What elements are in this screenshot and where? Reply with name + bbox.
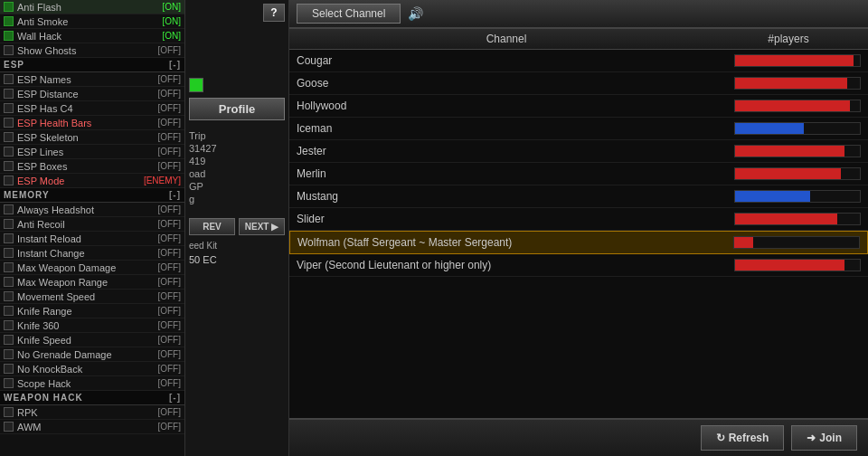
checkbox-esp-mode[interactable] xyxy=(4,176,14,185)
status-max-weapon-damage: [OFF] xyxy=(157,262,181,272)
menu-item-always-headshot[interactable]: Always Headshot[OFF] xyxy=(0,203,184,217)
menu-item-max-weapon-range[interactable]: Max Weapon Range[OFF] xyxy=(0,275,184,290)
menu-item-knife-range[interactable]: Knife Range[OFF] xyxy=(0,304,184,318)
menu-item-anti-recoil[interactable]: Anti Recoil[OFF] xyxy=(0,217,184,232)
menu-item-knife-360[interactable]: Knife 360[OFF] xyxy=(0,318,184,333)
checkbox-always-headshot[interactable] xyxy=(4,204,14,214)
player-bar xyxy=(735,78,847,89)
player-bar xyxy=(735,146,844,157)
checkbox-show-ghosts[interactable] xyxy=(4,45,14,55)
menu-item-scope-hack[interactable]: Scope Hack[OFF] xyxy=(0,376,184,391)
refresh-button[interactable]: ↻ Refresh xyxy=(701,425,785,451)
channel-name: Merlin xyxy=(297,167,734,180)
menu-item-rpk[interactable]: RPK[OFF] xyxy=(0,405,184,420)
checkbox-esp-distance[interactable] xyxy=(4,89,14,99)
checkbox-esp-health-bars[interactable] xyxy=(4,118,14,128)
checkbox-esp-boxes[interactable] xyxy=(4,161,14,171)
profile-button[interactable]: Profile xyxy=(189,98,285,120)
menu-item-no-knockback[interactable]: No KnockBack[OFF] xyxy=(0,362,184,376)
menu-item-esp-lines[interactable]: ESP Lines[OFF] xyxy=(0,145,184,159)
player-bar-container xyxy=(734,167,861,180)
channel-row[interactable]: Merlin xyxy=(289,163,868,185)
channel-row[interactable]: Viper (Second Lieutenant or higher only) xyxy=(289,254,868,277)
checkbox-anti-recoil[interactable] xyxy=(4,219,14,229)
checkbox-scope-hack[interactable] xyxy=(4,378,14,388)
checkbox-esp-skeleton[interactable] xyxy=(4,132,14,142)
checkbox-wall-hack[interactable] xyxy=(4,31,14,41)
menu-item-show-ghosts[interactable]: Show Ghosts[OFF] xyxy=(0,43,184,58)
menu-item-anti-flash[interactable]: Anti Flash[ON] xyxy=(0,0,184,14)
checkbox-esp-has-c4[interactable] xyxy=(4,103,14,113)
menu-item-esp-distance[interactable]: ESP Distance[OFF] xyxy=(0,87,184,101)
checkbox-knife-360[interactable] xyxy=(4,320,14,330)
channel-row[interactable]: Goose xyxy=(289,72,868,95)
select-channel-button[interactable]: Select Channel xyxy=(297,4,401,24)
checkbox-anti-flash[interactable] xyxy=(4,2,14,12)
menu-item-anti-smoke[interactable]: Anti Smoke[ON] xyxy=(0,14,184,29)
join-label: Join xyxy=(819,432,842,444)
checkbox-anti-smoke[interactable] xyxy=(4,16,14,26)
menu-item-wall-hack[interactable]: Wall Hack[ON] xyxy=(0,29,184,43)
checkbox-rpk[interactable] xyxy=(4,407,14,417)
checkbox-movement-speed[interactable] xyxy=(4,291,14,301)
checkbox-knife-speed[interactable] xyxy=(4,335,14,345)
menu-item-esp-skeleton[interactable]: ESP Skeleton[OFF] xyxy=(0,130,184,145)
checkbox-esp-lines[interactable] xyxy=(4,147,14,157)
status-scope-hack: [OFF] xyxy=(157,378,181,388)
channel-row[interactable]: Slider xyxy=(289,208,868,231)
checkbox-no-grenade-damage[interactable] xyxy=(4,349,14,359)
menu-item-max-weapon-damage[interactable]: Max Weapon Damage[OFF] xyxy=(0,261,184,275)
menu-item-esp-boxes[interactable]: ESP Boxes[OFF] xyxy=(0,159,184,174)
status-esp-mode: [ENEMY] xyxy=(144,176,181,185)
status-esp-lines: [OFF] xyxy=(157,147,181,157)
menu-item-esp-names[interactable]: ESP Names[OFF] xyxy=(0,72,184,87)
column-players: #players xyxy=(716,33,861,45)
checkbox-awm[interactable] xyxy=(4,422,14,432)
channel-row[interactable]: Hollywood xyxy=(289,95,868,118)
g-value: g xyxy=(189,194,194,204)
checkbox-instant-reload[interactable] xyxy=(4,233,14,243)
bottom-bar: ↻ Refresh ➜ Join xyxy=(289,418,868,456)
next-button[interactable]: NEXT ▶ xyxy=(239,218,285,235)
prev-button[interactable]: REV xyxy=(189,218,235,235)
menu-item-esp-mode[interactable]: ESP Mode[ENEMY] xyxy=(0,174,184,188)
channel-row[interactable]: Iceman xyxy=(289,118,868,140)
label-no-grenade-damage: No Grenade Damage xyxy=(17,349,154,360)
channel-row[interactable]: Wolfman (Staff Sergeant ~ Master Sergean… xyxy=(289,231,868,254)
channel-list: CougarGooseHollywoodIcemanJesterMerlinMu… xyxy=(289,50,868,418)
player-bar-container xyxy=(734,100,861,112)
checkbox-esp-names[interactable] xyxy=(4,74,14,84)
checkbox-max-weapon-range[interactable] xyxy=(4,277,14,287)
menu-item-knife-speed[interactable]: Knife Speed[OFF] xyxy=(0,333,184,347)
channel-row[interactable]: Cougar xyxy=(289,50,868,72)
checkbox-knife-range[interactable] xyxy=(4,306,14,316)
status-esp-skeleton: [OFF] xyxy=(157,132,181,142)
label-esp-boxes: ESP Boxes xyxy=(17,161,154,172)
menu-item-no-grenade-damage[interactable]: No Grenade Damage[OFF] xyxy=(0,347,184,362)
checkbox-no-knockback[interactable] xyxy=(4,364,14,374)
join-button[interactable]: ➜ Join xyxy=(791,425,857,451)
help-button[interactable]: ? xyxy=(263,4,285,22)
menu-item-instant-change[interactable]: Instant Change[OFF] xyxy=(0,246,184,261)
menu-item-esp-health-bars[interactable]: ESP Health Bars[OFF] xyxy=(0,116,184,130)
menu-item-instant-reload[interactable]: Instant Reload[OFF] xyxy=(0,232,184,246)
status-anti-smoke: [ON] xyxy=(162,16,181,26)
menu-item-movement-speed[interactable]: Movement Speed[OFF] xyxy=(0,290,184,304)
status-rpk: [OFF] xyxy=(157,407,181,417)
gp-label: GP xyxy=(189,181,203,192)
section-header-memory: MEMORY[-] xyxy=(0,188,184,203)
checkbox-instant-change[interactable] xyxy=(4,248,14,258)
checkbox-max-weapon-damage[interactable] xyxy=(4,262,14,272)
color-box xyxy=(189,78,203,92)
channel-row[interactable]: Jester xyxy=(289,140,868,163)
menu-item-esp-has-c4[interactable]: ESP Has C4[OFF] xyxy=(0,101,184,116)
menu-item-awm[interactable]: AWM[OFF] xyxy=(0,420,184,434)
status-instant-change: [OFF] xyxy=(157,248,181,258)
status-knife-range: [OFF] xyxy=(157,306,181,316)
label-esp-distance: ESP Distance xyxy=(17,89,154,100)
speed-kit-label: eed Kit xyxy=(189,241,285,251)
label-no-knockback: No KnockBack xyxy=(17,364,154,375)
player-bar xyxy=(735,214,837,224)
status-esp-distance: [OFF] xyxy=(157,89,181,99)
channel-row[interactable]: Mustang xyxy=(289,185,868,208)
